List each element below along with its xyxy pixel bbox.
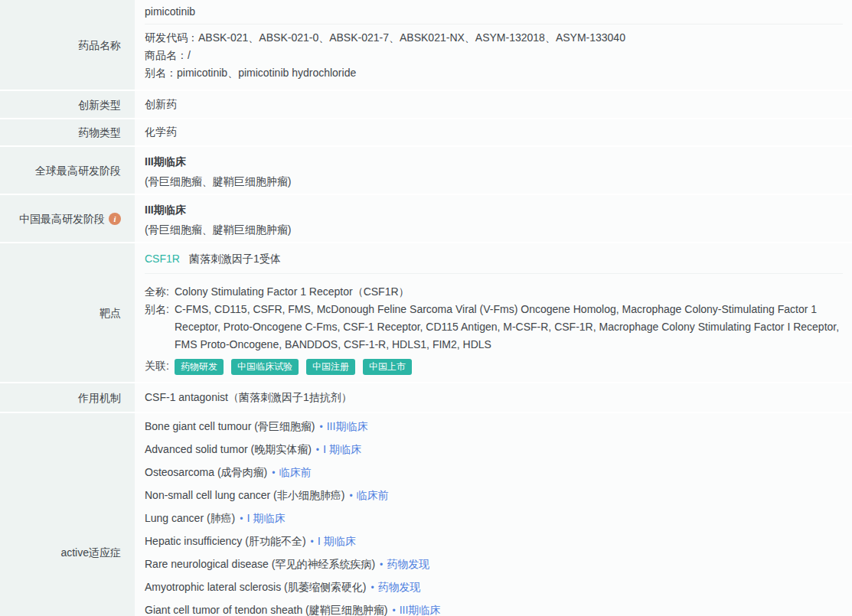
indication-stage-link[interactable]: •药物发现 (366, 581, 420, 593)
alias-key: 别名： (145, 67, 177, 79)
bullet-icon: • (349, 491, 352, 501)
dev-codes-line: 研发代码：ABSK-021、ABSK-021-0、ABSK-021-7、ABSK… (145, 29, 843, 47)
row-drug-type: 药物类型 化学药 (0, 119, 852, 145)
indication-item: Advanced solid tumor (晚期实体瘤)•Ⅰ 期临床 (145, 438, 843, 461)
drug-name-details: 研发代码：ABSK-021、ABSK-021-0、ABSK-021-7、ABSK… (145, 24, 843, 82)
indication-stage-link[interactable]: •Ⅰ 期临床 (312, 443, 361, 455)
indication-stage-link[interactable]: •III期临床 (387, 604, 440, 616)
global-stage-content: III期临床 (骨巨细胞瘤、腱鞘巨细胞肿瘤) (135, 147, 852, 194)
target-fullname-value: Colony Stimulating Factor 1 Receptor（CSF… (175, 283, 843, 301)
target-content: CSF1R菌落刺激因子1受体 全称: Colony Stimulating Fa… (135, 243, 852, 382)
alias-value: pimicotinib、pimicotinib hydrochloride (177, 67, 356, 79)
trade-name-value: / (188, 49, 191, 61)
target-fullname-line: 全称: Colony Stimulating Factor 1 Receptor… (145, 283, 843, 301)
indication-name: Rare neurological disease (罕见的神经系统疾病) (145, 558, 375, 570)
bullet-icon: • (272, 468, 275, 478)
indication-stage-link[interactable]: •临床前 (344, 489, 388, 501)
row-drug-name: 药品名称 pimicotinib 研发代码：ABSK-021、ABSK-021-… (0, 0, 852, 90)
moa-label: 作用机制 (0, 383, 135, 412)
alias-line: 别名：pimicotinib、pimicotinib hydrochloride (145, 64, 843, 82)
china-stage-detail: (骨巨细胞瘤、腱鞘巨细胞肿瘤) (145, 219, 843, 240)
innovation-type-content: 创新药 (135, 91, 852, 118)
indication-name: Hepatic insufficiency (肝功能不全) (145, 535, 306, 547)
indication-item: Osteosarcoma (成骨肉瘤)•临床前 (145, 461, 843, 484)
indication-item: Rare neurological disease (罕见的神经系统疾病)•药物… (145, 553, 843, 576)
row-moa: 作用机制 CSF-1 antagonist（菌落刺激因子1拮抗剂） (0, 383, 852, 412)
target-alias-line: 别名: C-FMS, CD115, CSFR, FMS, McDonough F… (145, 301, 843, 354)
bullet-icon: • (316, 445, 319, 455)
tag-drug-rd[interactable]: 药物研发 (175, 359, 224, 375)
indication-item: Non-small cell lung cancer (非小细胞肺癌)•临床前 (145, 484, 843, 507)
row-indications: active适应症 Bone giant cell tumour (骨巨细胞瘤)… (0, 413, 852, 616)
indication-stage-link[interactable]: •Ⅰ 期临床 (306, 535, 356, 547)
bullet-icon: • (311, 536, 314, 547)
indication-item: Lung cancer (肺癌)•Ⅰ 期临床 (145, 507, 843, 530)
indication-name: Osteosarcoma (成骨肉瘤) (145, 466, 267, 478)
tag-china-registration[interactable]: 中国注册 (306, 359, 355, 375)
tag-china-marketed[interactable]: 中国上市 (363, 359, 412, 375)
indication-name: Lung cancer (肺癌) (145, 512, 235, 524)
target-alias-key: 别名: (145, 301, 171, 354)
indication-list: Bone giant cell tumour (骨巨细胞瘤)•III期临床 Ad… (145, 413, 843, 616)
innovation-type-value: 创新药 (145, 98, 177, 112)
trade-name-line: 商品名：/ (145, 47, 843, 64)
global-stage-detail: (骨巨细胞瘤、腱鞘巨细胞肿瘤) (145, 171, 843, 192)
indication-name: Bone giant cell tumour (骨巨细胞瘤) (145, 420, 315, 432)
drug-primary-name: pimicotinib (145, 0, 843, 24)
global-stage-value: III期临床 (145, 153, 843, 171)
indication-stage-link[interactable]: •临床前 (267, 466, 311, 478)
drug-name-content: pimicotinib 研发代码：ABSK-021、ABSK-021-0、ABS… (135, 0, 852, 90)
target-name-cn: 菌落刺激因子1受体 (189, 253, 281, 265)
target-label: 靶点 (0, 243, 135, 382)
indications-content: Bone giant cell tumour (骨巨细胞瘤)•III期临床 Ad… (135, 413, 852, 616)
target-alias-value: C-FMS, CD115, CSFR, FMS, McDonough Felin… (175, 301, 843, 354)
dev-codes-value: ABSK-021、ABSK-021-0、ABSK-021-7、ABSK021-N… (198, 31, 625, 44)
indication-stage-link[interactable]: •Ⅰ 期临床 (235, 512, 285, 524)
bullet-icon: • (392, 605, 395, 616)
row-china-stage: 中国最高研发阶段 i III期临床 (骨巨细胞瘤、腱鞘巨细胞肿瘤) (0, 195, 852, 242)
indication-stage-link[interactable]: •III期临床 (315, 420, 368, 432)
row-target: 靶点 CSF1R菌落刺激因子1受体 全称: Colony Stimulating… (0, 243, 852, 382)
indications-label: active适应症 (0, 413, 135, 616)
target-fullname-key: 全称: (145, 283, 171, 301)
bullet-icon: • (380, 559, 383, 570)
indication-item: Amyotrophic lateral sclerosis (肌萎缩侧索硬化)•… (145, 576, 843, 599)
row-innovation-type: 创新类型 创新药 (0, 91, 852, 118)
china-stage-content: III期临床 (骨巨细胞瘤、腱鞘巨细胞肿瘤) (135, 195, 852, 242)
target-body: 全称: Colony Stimulating Factor 1 Receptor… (145, 274, 843, 375)
bullet-icon: • (320, 422, 323, 432)
target-links-key: 关联: (145, 357, 171, 375)
trade-name-key: 商品名： (145, 49, 188, 61)
target-links: 药物研发中国临床试验中国注册中国上市 (175, 357, 843, 375)
china-stage-label: 中国最高研发阶段 i (0, 195, 135, 242)
indication-item: Bone giant cell tumour (骨巨细胞瘤)•III期临床 (145, 416, 843, 438)
indication-name: Non-small cell lung cancer (非小细胞肺癌) (145, 489, 344, 501)
china-stage-value: III期临床 (145, 201, 843, 219)
bullet-icon: • (371, 582, 374, 593)
target-header: CSF1R菌落刺激因子1受体 (145, 243, 843, 273)
bullet-icon: • (240, 513, 243, 524)
indication-stage-link[interactable]: •药物发现 (375, 558, 429, 570)
indication-name: Advanced solid tumor (晚期实体瘤) (145, 443, 312, 455)
drug-type-label: 药物类型 (0, 119, 135, 145)
moa-value: CSF-1 antagonist（菌落刺激因子1拮抗剂） (145, 391, 352, 405)
target-symbol-link[interactable]: CSF1R (145, 253, 180, 265)
moa-content: CSF-1 antagonist（菌落刺激因子1拮抗剂） (135, 383, 852, 412)
tag-china-clinical-trial[interactable]: 中国临床试验 (231, 359, 299, 375)
innovation-type-label: 创新类型 (0, 91, 135, 118)
global-stage-label: 全球最高研发阶段 (0, 147, 135, 194)
dev-codes-key: 研发代码： (145, 31, 198, 44)
row-global-stage: 全球最高研发阶段 III期临床 (骨巨细胞瘤、腱鞘巨细胞肿瘤) (0, 147, 852, 194)
indication-item: Hepatic insufficiency (肝功能不全)•Ⅰ 期临床 (145, 530, 843, 553)
info-icon[interactable]: i (109, 213, 121, 225)
drug-detail-table: 药品名称 pimicotinib 研发代码：ABSK-021、ABSK-021-… (0, 0, 852, 616)
target-links-line: 关联: 药物研发中国临床试验中国注册中国上市 (145, 357, 843, 375)
drug-name-label: 药品名称 (0, 0, 135, 90)
drug-type-value: 化学药 (145, 125, 177, 139)
drug-type-content: 化学药 (135, 119, 852, 145)
indication-item: Giant cell tumor of tendon sheath (腱鞘巨细胞… (145, 599, 843, 616)
indication-name: Giant cell tumor of tendon sheath (腱鞘巨细胞… (145, 604, 387, 616)
indication-name: Amyotrophic lateral sclerosis (肌萎缩侧索硬化) (145, 581, 366, 593)
